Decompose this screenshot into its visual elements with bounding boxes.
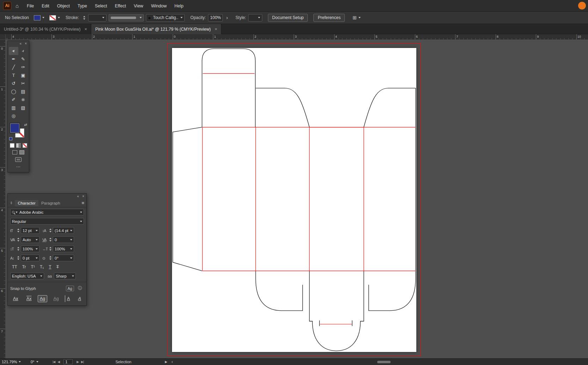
- color-button[interactable]: [10, 143, 14, 148]
- prev-artboard-button[interactable]: ◀: [57, 360, 60, 364]
- close-icon[interactable]: ×: [85, 26, 87, 32]
- menu-file[interactable]: File: [23, 0, 38, 12]
- eyedropper-tool[interactable]: ✐: [9, 96, 18, 104]
- info-icon[interactable]: ⓘ: [76, 285, 84, 292]
- tracking-stepper[interactable]: [49, 237, 52, 243]
- underline-button[interactable]: T: [47, 264, 53, 270]
- ruler-left[interactable]: 01234567: [0, 40, 6, 358]
- shaper-tool[interactable]: ◯: [9, 87, 18, 96]
- collapse-panel-icon[interactable]: «: [77, 194, 79, 198]
- horizontal-scale-select[interactable]: 100%: [53, 245, 74, 252]
- paintbrush-tool[interactable]: ✑: [18, 63, 28, 71]
- tracking-select[interactable]: 0: [53, 236, 74, 243]
- snap-proportional-button[interactable]: Ag: [51, 295, 61, 302]
- home-icon[interactable]: ⌂: [16, 3, 19, 9]
- close-icon[interactable]: ×: [25, 42, 27, 45]
- line-segment-tool[interactable]: ╱: [9, 63, 18, 71]
- tab-character[interactable]: Character: [15, 200, 38, 206]
- scissors-tool[interactable]: ✂: [18, 79, 28, 87]
- menu-effect[interactable]: Effect: [111, 0, 130, 12]
- snap-glyph-options-button[interactable]: Ag: [66, 286, 74, 291]
- gradient-button[interactable]: [16, 143, 21, 148]
- brush-definition-select[interactable]: ● Touch Callig...: [146, 14, 185, 22]
- zoom-tool[interactable]: ◎: [9, 112, 18, 120]
- vertical-scale-select[interactable]: 100%: [21, 245, 39, 252]
- stroke-color-swatch[interactable]: [49, 15, 56, 20]
- illustrator-logo-icon[interactable]: Ai: [3, 2, 11, 10]
- swap-fill-stroke-icon[interactable]: ⇄: [24, 123, 27, 127]
- next-artboard-button[interactable]: ▶: [76, 360, 79, 364]
- close-icon[interactable]: ×: [215, 26, 218, 32]
- direct-selection-tool[interactable]: ➢: [18, 47, 28, 55]
- rotate-tool[interactable]: ↺: [9, 79, 18, 87]
- symbol-sprayer-tool[interactable]: ※: [18, 96, 28, 104]
- fill-color-well[interactable]: [10, 123, 19, 133]
- stroke-width-select[interactable]: [88, 14, 106, 22]
- tab-paragraph[interactable]: Paragraph: [38, 200, 63, 206]
- panel-menu-icon[interactable]: ≡: [81, 200, 84, 206]
- snap-xheight-button[interactable]: Ax: [24, 295, 34, 302]
- first-artboard-button[interactable]: |◀: [53, 360, 55, 364]
- artboard[interactable]: [172, 48, 416, 352]
- preferences-button[interactable]: Preferences: [313, 14, 345, 22]
- horizontal-scrollbar-thumb[interactable]: [377, 361, 391, 363]
- fill-color-swatch[interactable]: [34, 15, 41, 20]
- leading-select[interactable]: (14.4 pt): [53, 227, 74, 234]
- baseline-shift-select[interactable]: 0 pt: [21, 255, 39, 261]
- close-icon[interactable]: ×: [82, 194, 84, 198]
- draw-behind-icon[interactable]: [19, 150, 24, 154]
- edit-toolbar-icon[interactable]: ⋯: [8, 164, 29, 169]
- ruler-top[interactable]: 4321012345678910: [6, 34, 588, 40]
- rotation-select[interactable]: 0°: [31, 360, 46, 364]
- screen-mode-icon[interactable]: [15, 157, 22, 162]
- artboard-tool[interactable]: ▣: [18, 71, 28, 79]
- tab-untitled-3[interactable]: Untitled-3* @ 100.34 % (CMYK/Preview) ×: [0, 24, 91, 34]
- menu-view[interactable]: View: [130, 0, 147, 12]
- superscript-button[interactable]: T¹: [29, 264, 37, 270]
- kerning-stepper[interactable]: [17, 237, 20, 243]
- zoom-level-select[interactable]: 121.79%: [2, 360, 23, 364]
- small-caps-button[interactable]: Tr: [20, 264, 28, 270]
- pen-tool[interactable]: ✒: [9, 55, 18, 63]
- anti-aliasing-select[interactable]: Sharp: [54, 273, 76, 279]
- status-collapse-icon[interactable]: ‹: [172, 359, 173, 364]
- chevron-down-icon[interactable]: [58, 17, 60, 18]
- leading-stepper[interactable]: [49, 228, 52, 233]
- menu-select[interactable]: Select: [91, 0, 111, 12]
- snap-baseline-button[interactable]: Ax: [11, 295, 20, 302]
- kerning-select[interactable]: Auto: [21, 236, 39, 243]
- none-button[interactable]: [23, 143, 27, 148]
- panel-drag-icon[interactable]: ⇕: [10, 201, 13, 205]
- character-rotation-stepper[interactable]: [49, 255, 52, 261]
- snap-angular-guides-button[interactable]: A: [65, 295, 72, 302]
- snap-anchor-point-button[interactable]: A: [76, 295, 83, 302]
- strikethrough-button[interactable]: T: [55, 264, 61, 270]
- baseline-shift-stepper[interactable]: [17, 255, 20, 261]
- draw-normal-icon[interactable]: [12, 150, 17, 154]
- status-expand-icon[interactable]: ▶: [165, 360, 167, 364]
- collapse-panel-icon[interactable]: «: [20, 42, 22, 45]
- fill-color-control[interactable]: [34, 15, 44, 20]
- all-caps-button[interactable]: TT: [10, 264, 19, 270]
- selection-tool[interactable]: ➤: [9, 47, 18, 55]
- font-size-select[interactable]: 12 pt: [21, 227, 39, 234]
- type-tool[interactable]: T: [9, 71, 18, 79]
- opacity-options-icon[interactable]: ›: [224, 14, 230, 22]
- opacity-input[interactable]: 100%: [208, 14, 223, 22]
- default-fill-stroke-icon[interactable]: [9, 137, 12, 140]
- variable-width-profile-select[interactable]: [109, 14, 144, 22]
- font-style-select[interactable]: Regular: [10, 218, 84, 225]
- last-artboard-button[interactable]: ▶|: [81, 360, 84, 364]
- curvature-tool[interactable]: ✎: [18, 55, 28, 63]
- stroke-color-control[interactable]: [49, 15, 60, 20]
- menu-window[interactable]: Window: [147, 0, 170, 12]
- document-setup-button[interactable]: Document Setup: [268, 14, 308, 22]
- font-size-stepper[interactable]: [17, 228, 20, 233]
- menu-object[interactable]: Object: [53, 0, 74, 12]
- character-rotation-select[interactable]: 0°: [53, 255, 74, 261]
- vertical-scale-stepper[interactable]: [17, 246, 20, 252]
- free-transform-tool[interactable]: ▧: [18, 104, 28, 112]
- user-avatar[interactable]: [578, 2, 586, 10]
- gradient-tool[interactable]: ▤: [18, 87, 28, 96]
- arrange-documents-control[interactable]: ⊞: [353, 15, 361, 20]
